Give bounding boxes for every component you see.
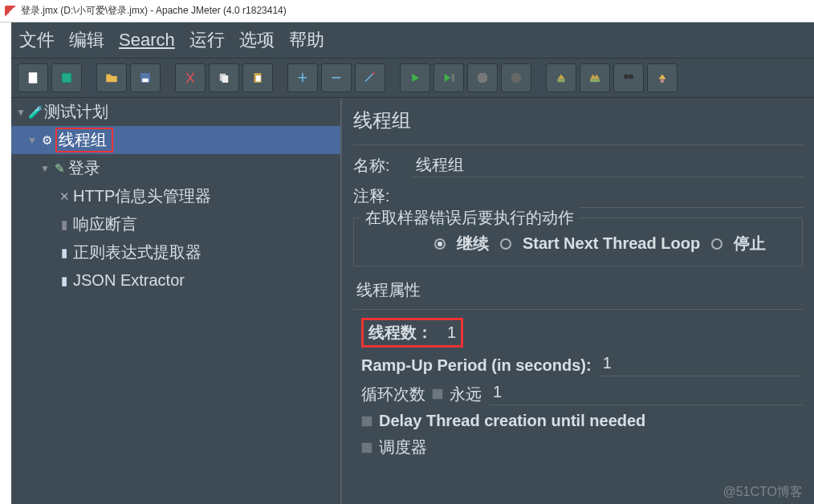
- radio-continue-label: 继续: [457, 233, 489, 254]
- menu-file[interactable]: 文件: [19, 28, 55, 52]
- radio-next-loop-label: Start Next Thread Loop: [523, 234, 700, 253]
- tree-label: JSON Extractor: [73, 271, 185, 290]
- tree-label: 线程组: [59, 131, 107, 148]
- jmeter-icon: [5, 6, 16, 17]
- name-input[interactable]: [413, 153, 803, 177]
- tree-panel: ▼ 🧪 测试计划 ▼ ⚙ 线程组 ▼ ✎ 登录 ✕ HTTP信息头管理器: [11, 98, 342, 504]
- menu-search[interactable]: Search: [119, 30, 175, 51]
- open-button[interactable]: [96, 63, 127, 92]
- radio-stop[interactable]: [711, 238, 722, 250]
- threads-value[interactable]: 1: [447, 323, 456, 342]
- clear-button[interactable]: [546, 63, 576, 92]
- tree-label: HTTP信息头管理器: [73, 185, 211, 207]
- svg-rect-13: [590, 79, 600, 83]
- content-area: ▼ 🧪 测试计划 ▼ ⚙ 线程组 ▼ ✎ 登录 ✕ HTTP信息头管理器: [11, 98, 814, 504]
- search-tree-button[interactable]: [613, 63, 644, 92]
- watermark: @51CTO博客: [722, 484, 803, 501]
- copy-button[interactable]: [209, 63, 239, 92]
- forever-label: 永远: [450, 384, 482, 405]
- function-helper-button[interactable]: [647, 63, 678, 92]
- clear-all-button[interactable]: [580, 63, 610, 92]
- svg-rect-17: [661, 79, 665, 83]
- comment-label: 注释:: [353, 185, 413, 207]
- delay-row: Delay Thread creation until needed: [361, 412, 803, 430]
- tree-json-extractor[interactable]: ▮ JSON Extractor: [11, 266, 340, 295]
- postproc-icon: ▮: [56, 274, 72, 288]
- svg-rect-7: [256, 75, 261, 82]
- scheduler-checkbox[interactable]: [361, 442, 372, 453]
- start-no-pause-button[interactable]: [433, 63, 464, 92]
- collapse-button[interactable]: −: [321, 63, 352, 92]
- expand-arrow-icon: ▼: [26, 135, 39, 146]
- templates-button[interactable]: [51, 63, 82, 92]
- toggle-button[interactable]: [355, 63, 385, 92]
- app-chrome: 文件 编辑 Search 运行 选项 帮助 + − ▼: [11, 22, 814, 504]
- toolbar: + −: [11, 58, 814, 98]
- comment-input[interactable]: [413, 184, 803, 208]
- expand-arrow-icon: ▼: [14, 107, 27, 118]
- sampler-icon: ✎: [51, 161, 67, 176]
- menubar: 文件 编辑 Search 运行 选项 帮助: [11, 22, 814, 58]
- window-titlebar: 登录.jmx (D:\小可爱\登录.jmx) - Apache JMeter (…: [0, 0, 814, 22]
- panel-heading: 线程组: [353, 108, 803, 133]
- rampup-label: Ramp-Up Period (in seconds):: [361, 356, 592, 375]
- rampup-input[interactable]: 1: [598, 354, 803, 376]
- menu-options[interactable]: 选项: [239, 28, 275, 52]
- thread-props-title: 线程属性: [356, 279, 803, 301]
- tree-label: 响应断言: [73, 213, 137, 235]
- menu-edit[interactable]: 编辑: [69, 28, 104, 52]
- scheduler-row: 调度器: [361, 437, 803, 458]
- svg-rect-5: [222, 75, 229, 83]
- svg-rect-16: [625, 76, 633, 78]
- save-button[interactable]: [130, 63, 161, 92]
- menu-help[interactable]: 帮助: [289, 28, 324, 52]
- shutdown-button[interactable]: [501, 63, 531, 92]
- svg-rect-1: [62, 73, 71, 83]
- loop-label: 循环次数: [361, 384, 425, 405]
- loop-input[interactable]: 1: [488, 383, 803, 405]
- forever-checkbox[interactable]: [432, 388, 443, 400]
- loop-row: 循环次数 永远 1: [361, 383, 803, 405]
- tree-thread-group[interactable]: ▼ ⚙ 线程组: [11, 126, 340, 154]
- svg-marker-11: [511, 73, 521, 83]
- svg-rect-3: [142, 79, 149, 83]
- start-button[interactable]: [400, 63, 430, 92]
- tree-label: 测试计划: [44, 101, 108, 123]
- rampup-row: Ramp-Up Period (in seconds): 1: [361, 354, 803, 376]
- new-button[interactable]: [18, 63, 48, 92]
- editor-panel: 线程组 名称: 注释: 在取样器错误后要执行的动作 继续 Start Next …: [342, 98, 814, 504]
- threads-row: 线程数： 1: [361, 318, 803, 348]
- svg-rect-9: [452, 75, 454, 82]
- tree-login[interactable]: ▼ ✎ 登录: [11, 154, 340, 182]
- expand-button[interactable]: +: [287, 63, 318, 92]
- flask-icon: 🧪: [27, 105, 43, 120]
- tree-test-plan[interactable]: ▼ 🧪 测试计划: [11, 98, 340, 126]
- svg-marker-10: [478, 73, 487, 83]
- radio-next-loop[interactable]: [500, 238, 511, 250]
- divider: [353, 309, 803, 310]
- delay-checkbox[interactable]: [361, 416, 372, 427]
- stop-button[interactable]: [467, 63, 498, 92]
- tree-label: 登录: [68, 157, 100, 179]
- tree-regex-extractor[interactable]: ▮ 正则表达式提取器: [11, 238, 340, 266]
- tree-response-assert[interactable]: ▮ 响应断言: [11, 210, 340, 238]
- paste-button[interactable]: [242, 63, 273, 92]
- tree-http-header-mgr[interactable]: ✕ HTTP信息头管理器: [11, 182, 340, 210]
- divider: [353, 144, 803, 145]
- expand-arrow-icon: ▼: [39, 163, 51, 174]
- threads-label: 线程数：: [368, 322, 433, 343]
- menu-run[interactable]: 运行: [189, 28, 225, 52]
- radio-continue[interactable]: [434, 238, 446, 250]
- assertion-icon: ▮: [56, 217, 72, 232]
- svg-rect-12: [558, 79, 565, 83]
- delay-label: Delay Thread creation until needed: [379, 412, 645, 430]
- postproc-icon: ▮: [56, 246, 72, 260]
- scheduler-label: 调度器: [379, 437, 427, 458]
- on-error-fieldset: 在取样器错误后要执行的动作 继续 Start Next Thread Loop …: [353, 217, 803, 266]
- radio-stop-label: 停止: [734, 233, 766, 254]
- on-error-legend: 在取样器错误后要执行的动作: [360, 207, 579, 229]
- on-error-radios: 继续 Start Next Thread Loop 停止: [362, 233, 794, 254]
- cut-button[interactable]: [175, 63, 206, 92]
- svg-point-8: [372, 72, 375, 75]
- config-icon: ✕: [56, 189, 72, 204]
